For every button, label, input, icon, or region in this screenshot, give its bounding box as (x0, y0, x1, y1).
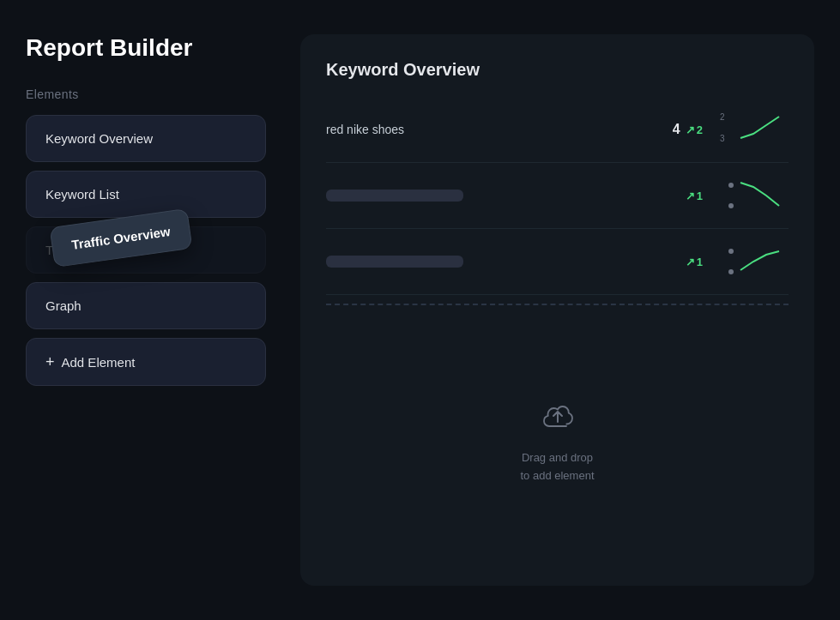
rank-value: 1 (697, 190, 703, 202)
keyword-rank: ↗ 1 (643, 256, 703, 268)
rank-arrow: ↗ (686, 190, 695, 202)
left-panel: Report Builder Elements Keyword Overview… (26, 34, 266, 586)
plus-icon: + (45, 354, 55, 370)
section-title: Keyword Overview (326, 60, 789, 80)
sparkline-dot (728, 269, 734, 274)
keyword-rank: ↗ 1 (643, 190, 703, 202)
keyword-name: red nike shoes (326, 123, 625, 136)
rank-number: 4 (673, 122, 680, 137)
sparkline-svg (740, 178, 783, 213)
keyword-name-placeholder (326, 190, 463, 202)
keyword-rank: 4 ↗ 2 (643, 122, 703, 137)
keyword-list-button[interactable]: Keyword List (26, 171, 266, 218)
keyword-overview-button[interactable]: Keyword Overview (26, 115, 266, 162)
app-container: Report Builder Elements Keyword Overview… (0, 0, 840, 620)
sparkline-container (720, 241, 789, 282)
sparkline-dots (728, 175, 734, 216)
traffic-overview-wrapper: Traffic Overview Traffic Overview (26, 226, 266, 274)
table-row: ↗ 1 (326, 163, 789, 229)
drop-zone: Drag and drop to add element (326, 304, 789, 560)
upload-cloud-icon (539, 398, 577, 441)
sparkline-svg (740, 244, 783, 279)
sparkline-label: 2 (720, 112, 725, 122)
sparkline-label: 3 (720, 134, 725, 143)
drop-zone-text: Drag and drop to add element (520, 449, 594, 485)
sparkline-dot (728, 249, 734, 254)
element-buttons-list: Keyword Overview Keyword List Traffic Ov… (26, 115, 266, 386)
sparkline-dot (728, 203, 734, 208)
sparkline-svg (740, 112, 783, 147)
sparkline-container (720, 175, 789, 216)
elements-label: Elements (26, 87, 266, 101)
sparkline-dots (728, 241, 734, 282)
sparkline-container: 2 3 (720, 109, 789, 150)
keyword-name-placeholder (326, 256, 463, 268)
table-row: ↗ 1 (326, 229, 789, 295)
graph-button[interactable]: Graph (26, 282, 266, 329)
rank-arrow: ↗ (686, 123, 695, 136)
sparkline-dot (728, 183, 734, 188)
rank-value: 1 (697, 256, 703, 268)
rank-change: ↗ 1 (686, 190, 703, 202)
right-panel: Keyword Overview red nike shoes 4 ↗ 2 2 … (300, 34, 814, 586)
table-row: red nike shoes 4 ↗ 2 2 3 (326, 97, 789, 163)
sparkline-labels: 2 3 (720, 112, 725, 143)
rank-value: 2 (697, 123, 703, 136)
add-element-button[interactable]: + Add Element (26, 338, 266, 386)
traffic-overview-button[interactable]: Traffic Overview (26, 226, 266, 274)
rank-arrow: ↗ (686, 256, 695, 268)
rank-change: ↗ 2 (686, 123, 703, 136)
rank-change: ↗ 1 (686, 256, 703, 268)
app-title: Report Builder (26, 34, 266, 62)
